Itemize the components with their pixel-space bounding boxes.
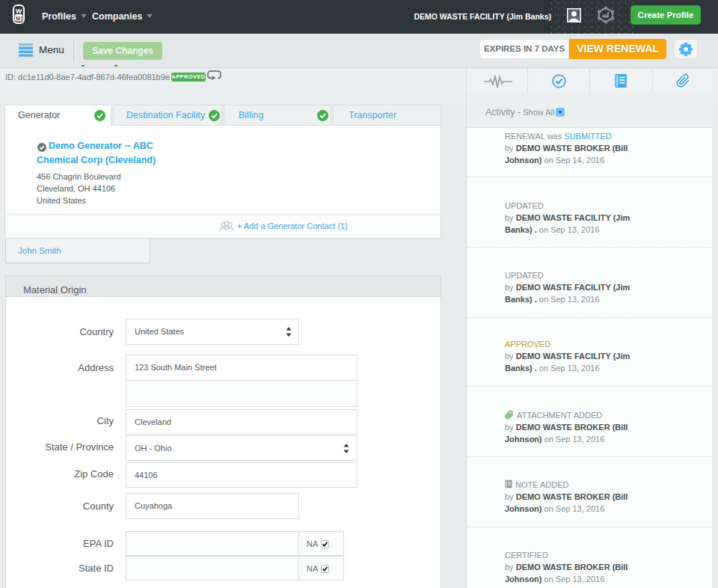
- svg-text:w: w: [15, 6, 22, 15]
- svg-text:u: u: [16, 14, 20, 22]
